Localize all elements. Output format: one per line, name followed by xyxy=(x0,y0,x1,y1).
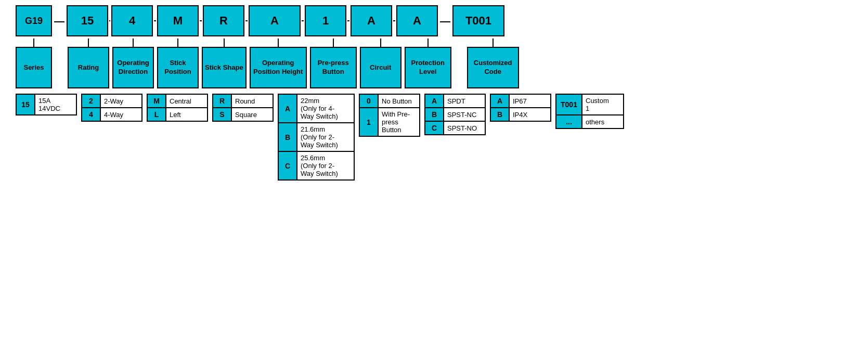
v-line-prepress xyxy=(333,38,334,47)
conn7 xyxy=(393,20,395,21)
prepress-code-box: 1 xyxy=(305,5,346,36)
rating-label-text: Rating xyxy=(78,63,99,72)
op-pos-code-a: A xyxy=(278,94,297,123)
custom-label-text: CustomizedCode xyxy=(474,59,512,76)
circuit-label-box: Circuit xyxy=(360,47,401,88)
stick-pos-desc-l: Left xyxy=(166,108,208,121)
stick-shape-block: R xyxy=(203,5,244,36)
table-row: B SPST-NC xyxy=(425,108,485,121)
op-dir-label-box: OperatingDirection xyxy=(112,47,154,88)
table-row: B 21.6mm (Only for 2- Way Switch) xyxy=(278,123,354,151)
conn1 xyxy=(109,20,110,21)
op-pos-code-c: C xyxy=(278,151,297,180)
stick-shape-label-col: Stick Shape xyxy=(202,38,247,88)
stick-shape-detail: R Round S Square xyxy=(212,94,274,122)
stick-pos-label-box: StickPosition xyxy=(157,47,199,88)
op-pos-code-value: A xyxy=(270,14,279,28)
table-row: M Central xyxy=(147,94,208,108)
op-pos-table: A 22mm (Only for 4- Way Switch) B 21.6mm… xyxy=(278,94,355,181)
stick-shape-desc-s: Square xyxy=(231,108,273,121)
table-row: 0 No Button xyxy=(359,94,420,108)
op-pos-desc-a: 22mm (Only for 4- Way Switch) xyxy=(297,94,354,123)
stick-shape-label-text: Stick Shape xyxy=(205,63,243,72)
stick-pos-label-text: StickPosition xyxy=(164,59,191,76)
op-pos-label-col: OperatingPosition Height xyxy=(250,38,307,88)
custom-code-dots: ... xyxy=(556,115,582,128)
protection-desc-a: IP67 xyxy=(509,94,551,108)
rating-label-box: Rating xyxy=(68,47,109,88)
prepress-block: 1 xyxy=(305,5,346,36)
prepress-label-text: Pre-pressButton xyxy=(318,59,349,76)
v-line-custom xyxy=(493,38,494,47)
op-dir-desc-2: 2-Way xyxy=(100,94,142,108)
custom-code-box: T001 xyxy=(452,5,504,36)
custom-label-box: CustomizedCode xyxy=(467,47,519,88)
op-pos-code-b: B xyxy=(278,123,297,151)
custom-code-value: T001 xyxy=(465,14,491,28)
protection-code-b: B xyxy=(490,108,509,121)
op-pos-desc-b: 21.6mm (Only for 2- Way Switch) xyxy=(297,123,354,151)
custom-block: T001 xyxy=(452,5,504,36)
v-line-op-dir xyxy=(133,38,134,47)
protection-code-a: A xyxy=(490,94,509,108)
v-line-stick-pos xyxy=(177,38,178,47)
circuit-label-col: Circuit xyxy=(360,38,401,88)
rating-block: 15 xyxy=(67,5,108,36)
prepress-table: 0 No Button 1 With Pre- press Button xyxy=(359,94,420,137)
conn3 xyxy=(200,20,202,21)
table-row: T001 Custom 1 xyxy=(556,94,624,115)
stick-shape-code-value: R xyxy=(219,14,228,28)
rating-table: 15 15A 14VDC xyxy=(16,94,77,115)
table-row: L Left xyxy=(147,108,208,121)
table-row: 2 2-Way xyxy=(82,94,142,108)
custom-label-col: CustomizedCode xyxy=(467,38,519,88)
table-row: 4 4-Way xyxy=(82,108,142,121)
stick-pos-table: M Central L Left xyxy=(147,94,208,122)
protection-code-value: A xyxy=(413,14,421,28)
op-dir-block: 4 xyxy=(111,5,153,36)
op-dir-code-box: 4 xyxy=(111,5,153,36)
op-pos-label-text: OperatingPosition Height xyxy=(253,59,303,76)
table-row: B IP4X xyxy=(490,108,551,121)
conn2 xyxy=(154,20,156,21)
table-row: ... others xyxy=(556,115,624,128)
protection-code-box: A xyxy=(396,5,438,36)
custom-detail: T001 Custom 1 ... others xyxy=(555,94,624,129)
stick-shape-desc-r: Round xyxy=(231,94,273,108)
stick-shape-code-box: R xyxy=(203,5,244,36)
circuit-detail: A SPDT B SPST-NC C SPST-NO xyxy=(424,94,486,135)
stick-shape-code-r: R xyxy=(213,94,231,108)
op-dir-code-2: 2 xyxy=(82,94,100,108)
circuit-label-text: Circuit xyxy=(370,63,391,72)
circuit-code-a: A xyxy=(425,94,444,108)
stick-shape-table: R Round S Square xyxy=(212,94,274,122)
dash1: — xyxy=(52,15,67,27)
v-line-circuit xyxy=(380,38,381,47)
conn6 xyxy=(347,20,349,21)
circuit-desc-c: SPST-NO xyxy=(444,121,485,135)
table-row: 1 With Pre- press Button xyxy=(359,108,420,136)
v-line-series xyxy=(33,38,34,47)
prepress-code-1: 1 xyxy=(359,108,378,136)
protection-table: A IP67 B IP4X xyxy=(490,94,551,122)
table-row: C 25.6mm (Only for 2- Way Switch) xyxy=(278,151,354,180)
stick-pos-code-value: M xyxy=(173,14,183,28)
rating-code-value: 15 xyxy=(81,14,94,28)
stick-pos-detail: M Central L Left xyxy=(147,94,208,122)
protection-block: A xyxy=(396,5,438,36)
series-code-box: G19 xyxy=(16,5,52,36)
custom-desc-others: others xyxy=(582,115,624,128)
circuit-block: A xyxy=(351,5,392,36)
custom-desc-t001: Custom 1 xyxy=(582,94,624,115)
table-row: R Round xyxy=(213,94,273,108)
circuit-desc-b: SPST-NC xyxy=(444,108,485,121)
prepress-desc-1: With Pre- press Button xyxy=(378,108,420,136)
stick-pos-desc-m: Central xyxy=(166,94,208,108)
stick-pos-block: M xyxy=(157,5,199,36)
rating-code-box: 15 xyxy=(67,5,108,36)
op-dir-code-value: 4 xyxy=(129,14,135,28)
table-row: C SPST-NO xyxy=(425,121,485,135)
series-code-value: G19 xyxy=(25,16,43,27)
stick-pos-code-l: L xyxy=(147,108,166,121)
op-dir-detail: 2 2-Way 4 4-Way xyxy=(81,94,142,122)
